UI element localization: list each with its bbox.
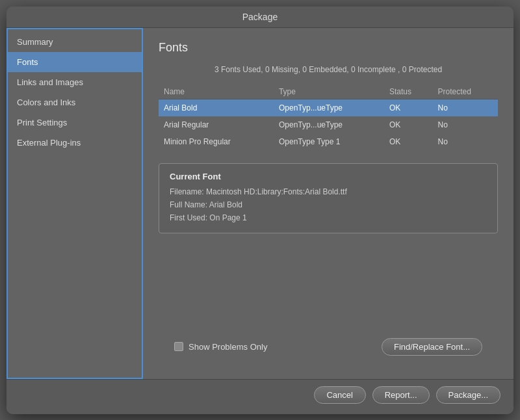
dialog-body: Summary Fonts Links and Images Colors an… <box>6 28 514 379</box>
title-bar: Package <box>6 7 514 28</box>
summary-line: 3 Fonts Used, 0 Missing, 0 Embedded, 0 I… <box>159 65 498 74</box>
dialog-window: Package Summary Fonts Links and Images C… <box>6 7 514 414</box>
cell-protected: No <box>433 99 498 116</box>
dialog-footer: Cancel Report... Package... <box>6 379 514 414</box>
show-problems-label: Show Problems Only <box>188 342 267 352</box>
bottom-bar: Show Problems Only Find/Replace Font... <box>159 332 498 366</box>
report-button[interactable]: Report... <box>372 386 430 404</box>
fonts-table: Name Type Status Protected Arial BoldOpe… <box>159 85 498 150</box>
cancel-button[interactable]: Cancel <box>314 386 366 404</box>
table-row[interactable]: Minion Pro RegularOpenType Type 1OKNo <box>159 133 498 150</box>
sidebar-item-fonts[interactable]: Fonts <box>8 52 142 72</box>
window-title: Package <box>242 12 278 22</box>
cell-protected: No <box>433 133 498 150</box>
table-row[interactable]: Arial BoldOpenTyp...ueTypeOKNo <box>159 99 498 116</box>
sidebar-item-external-plug-ins[interactable]: External Plug-ins <box>8 133 142 153</box>
cell-status: OK <box>384 116 433 133</box>
table-row[interactable]: Arial RegularOpenTyp...ueTypeOKNo <box>159 116 498 133</box>
sidebar-item-links-and-images[interactable]: Links and Images <box>8 72 142 92</box>
cell-protected: No <box>433 116 498 133</box>
cell-type: OpenType Type 1 <box>274 133 384 150</box>
section-title: Fonts <box>159 41 498 55</box>
cell-name: Arial Regular <box>159 116 274 133</box>
current-font-title: Current Font <box>170 172 487 181</box>
sidebar: Summary Fonts Links and Images Colors an… <box>6 28 143 379</box>
find-replace-button[interactable]: Find/Replace Font... <box>382 338 482 356</box>
sidebar-item-colors-and-inks[interactable]: Colors and Inks <box>8 92 142 112</box>
cell-type: OpenTyp...ueType <box>274 99 384 116</box>
col-name: Name <box>159 85 274 99</box>
cell-name: Minion Pro Regular <box>159 133 274 150</box>
show-problems-checkbox[interactable] <box>174 342 183 351</box>
cell-status: OK <box>384 99 433 116</box>
current-font-filename: Filename: Macintosh HD:Library:Fonts:Ari… <box>170 185 487 198</box>
col-protected: Protected <box>433 85 498 99</box>
sidebar-item-print-settings[interactable]: Print Settings <box>8 112 142 133</box>
package-button[interactable]: Package... <box>436 386 500 404</box>
cell-status: OK <box>384 133 433 150</box>
main-content: Fonts 3 Fonts Used, 0 Missing, 0 Embedde… <box>143 28 514 379</box>
col-type: Type <box>274 85 384 99</box>
current-font-fullname: Full Name: Arial Bold <box>170 198 487 211</box>
current-font-box: Current Font Filename: Macintosh HD:Libr… <box>159 163 498 233</box>
cell-type: OpenTyp...ueType <box>274 116 384 133</box>
cell-name: Arial Bold <box>159 99 274 116</box>
col-status: Status <box>384 85 433 99</box>
sidebar-item-summary[interactable]: Summary <box>8 32 142 52</box>
show-problems-group: Show Problems Only <box>174 342 267 352</box>
current-font-firstused: First Used: On Page 1 <box>170 211 487 224</box>
